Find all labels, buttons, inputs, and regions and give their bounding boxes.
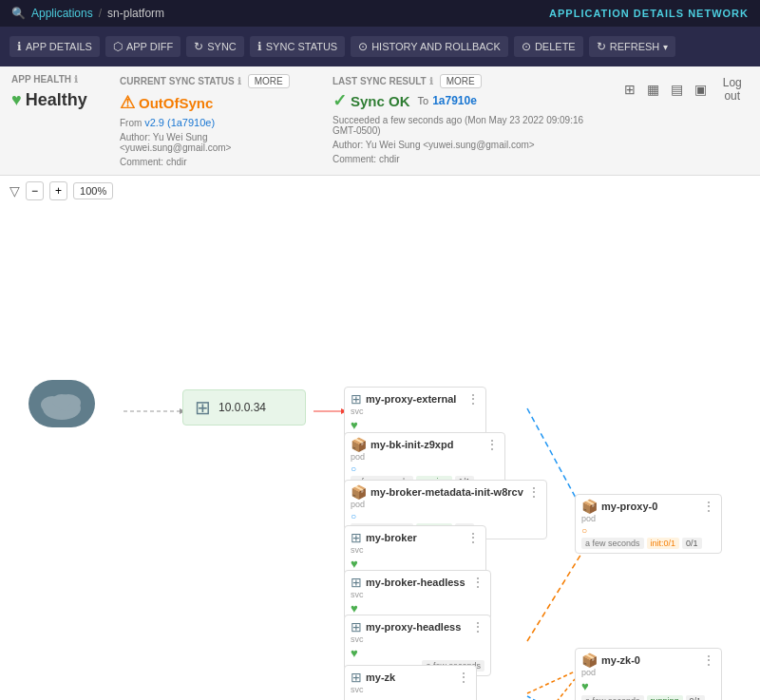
- init-badge: init:0/1: [647, 538, 680, 549]
- zoom-level: 100%: [73, 182, 113, 199]
- grid-view-3-button[interactable]: ▤: [669, 80, 685, 99]
- sync-version-link[interactable]: v2.9 (1a7910e): [144, 117, 215, 128]
- pod-icon: 📦: [351, 437, 367, 452]
- main-toolbar: ℹ APP DETAILS ⬡ APP DIFF ↻ SYNC ℹ SYNC S…: [0, 27, 760, 66]
- node-name: my-broker-metadata-init-w8rcv: [370, 486, 523, 498]
- app-diff-button[interactable]: ⬡ APP DIFF: [105, 36, 180, 57]
- node-type: svc: [351, 407, 364, 416]
- node-status: ♥: [581, 679, 589, 693]
- node-status: ♥: [351, 601, 358, 615]
- pod-icon: 📦: [581, 499, 598, 514]
- sync-icon: ↻: [194, 40, 203, 53]
- status-heart-icon: ♥: [351, 601, 358, 615]
- last-sync-more-button[interactable]: MORE: [440, 74, 482, 88]
- heart-icon: ♥: [11, 90, 22, 110]
- node-header: ⊞ my-zk ⋮: [351, 670, 470, 685]
- svg-point-12: [52, 394, 71, 407]
- node-type: pod: [581, 668, 596, 677]
- node-name: my-broker: [366, 532, 417, 543]
- svg-line-3: [527, 541, 589, 641]
- node-header: ⊞ my-proxy-headless ⋮: [351, 619, 484, 634]
- app-details-button[interactable]: ℹ APP DETAILS: [10, 36, 100, 57]
- svg-line-6: [527, 679, 575, 700]
- last-sync-version-link[interactable]: 1a7910e: [432, 94, 477, 107]
- sync-status-icon: ℹ: [257, 40, 262, 53]
- last-sync-author: Author: Yu Wei Sung <yuwei.sung@gmail.co…: [332, 140, 599, 150]
- node-status: ♥: [351, 418, 358, 432]
- sync-status-label: SYNC STATUS: [266, 41, 337, 52]
- out-of-sync-badge: ⚠ OutOfSync: [120, 92, 213, 113]
- sync-ok-badge: ✓ Sync OK To 1a7910e: [332, 90, 599, 111]
- status-circle-icon: ○: [581, 525, 587, 536]
- current-sync-section: CURRENT SYNC STATUS ℹ MORE ⚠ OutOfSync F…: [120, 74, 310, 167]
- node-menu-icon[interactable]: ⋮: [527, 484, 541, 500]
- logout-button[interactable]: Log out: [716, 74, 749, 104]
- node-menu-icon[interactable]: ⋮: [466, 530, 480, 545]
- history-rollback-button[interactable]: ⊙ HISTORY AND ROLLBACK: [351, 36, 508, 57]
- node-time: a few seconds: [581, 695, 644, 700]
- status-heart-icon: ♥: [581, 679, 589, 693]
- node-my-zk-0[interactable]: 📦 my-zk-0 ⋮ pod ♥ a few seconds running …: [575, 648, 722, 700]
- last-sync-info-icon: ℹ: [429, 76, 433, 86]
- grid-view-4-button[interactable]: ▣: [693, 80, 709, 99]
- node-header: ⊞ my-proxy-external ⋮: [351, 391, 480, 407]
- sync-status-button[interactable]: ℹ SYNC STATUS: [250, 36, 345, 57]
- svc-icon: ⊞: [351, 619, 362, 634]
- page-title: APPLICATION DETAILS NETWORK: [549, 8, 749, 19]
- node-type: svc: [351, 545, 364, 555]
- status-heart-icon: ♥: [351, 646, 358, 660]
- node-header: ⊞ my-broker-headless ⋮: [351, 575, 484, 590]
- network-canvas: ▽ − + 100%: [0, 176, 760, 700]
- current-app-label: sn-platform: [107, 7, 164, 20]
- app-health-info-icon: ℹ: [74, 74, 78, 85]
- node-menu-icon[interactable]: ⋮: [471, 619, 484, 634]
- breadcrumb: 🔍 Applications / sn-platform: [11, 7, 164, 20]
- grid-view-2-button[interactable]: ▦: [645, 80, 661, 99]
- history-label: HISTORY AND ROLLBACK: [371, 41, 501, 52]
- zoom-in-button[interactable]: +: [49, 181, 67, 200]
- node-menu-icon[interactable]: ⋮: [702, 499, 715, 514]
- applications-link[interactable]: Applications: [31, 7, 93, 20]
- node-name: my-proxy-headless: [366, 621, 461, 633]
- cluster-icon: ⊞: [195, 396, 211, 419]
- node-menu-icon[interactable]: ⋮: [457, 670, 470, 685]
- sync-ok-icon: ✓: [332, 90, 347, 111]
- delete-label: DELETE: [535, 41, 576, 52]
- cloud-node[interactable]: [28, 380, 95, 427]
- last-sync-comment: Comment: chdir: [332, 154, 599, 164]
- node-type: pod: [351, 500, 365, 509]
- node-header: 📦 my-bk-init-z9xpd ⋮: [351, 437, 499, 452]
- svc-icon: ⊞: [351, 670, 362, 685]
- node-menu-icon[interactable]: ⋮: [702, 653, 715, 668]
- node-badges: a few seconds running 0/1: [581, 695, 705, 700]
- breadcrumb-separator: /: [99, 7, 102, 20]
- node-header: 📦 my-proxy-0 ⋮: [581, 499, 715, 514]
- delete-button[interactable]: ⊙ DELETE: [514, 36, 583, 57]
- zoom-out-button[interactable]: −: [26, 181, 44, 200]
- node-menu-icon[interactable]: ⋮: [485, 437, 499, 452]
- health-text: Healthy: [26, 90, 87, 110]
- sync-button[interactable]: ↻ SYNC: [186, 36, 244, 57]
- grid-view-1-button[interactable]: ⊞: [622, 80, 637, 99]
- refresh-button[interactable]: ↻ REFRESH: [589, 36, 676, 57]
- node-my-zk[interactable]: ⊞ my-zk ⋮ svc ♥ a few seconds: [344, 665, 477, 700]
- node-my-proxy-0[interactable]: 📦 my-proxy-0 ⋮ pod ○ a few seconds init:…: [575, 494, 722, 554]
- sync-from-text: From v2.9 (1a7910e): [120, 117, 310, 128]
- node-type: svc: [351, 685, 364, 694]
- filter-icon[interactable]: ▽: [10, 183, 20, 199]
- refresh-label: REFRESH: [610, 41, 660, 52]
- sync-comment: Comment: chdir: [120, 157, 310, 167]
- sync-more-button[interactable]: MORE: [248, 74, 290, 88]
- cluster-node[interactable]: ⊞ 10.0.0.34: [182, 389, 306, 426]
- node-status: ♥: [351, 646, 358, 660]
- status-circle-icon: ○: [351, 464, 356, 474]
- node-menu-icon[interactable]: ⋮: [471, 575, 484, 590]
- cloud-shape: [28, 380, 95, 427]
- status-heart-icon: ♥: [351, 557, 358, 571]
- cluster-ip: 10.0.0.34: [218, 401, 266, 414]
- node-menu-icon[interactable]: ⋮: [466, 391, 480, 407]
- svc-icon: ⊞: [351, 530, 362, 545]
- node-type: pod: [351, 452, 365, 462]
- node-name: my-broker-headless: [366, 577, 466, 588]
- pod-icon: 📦: [581, 653, 598, 668]
